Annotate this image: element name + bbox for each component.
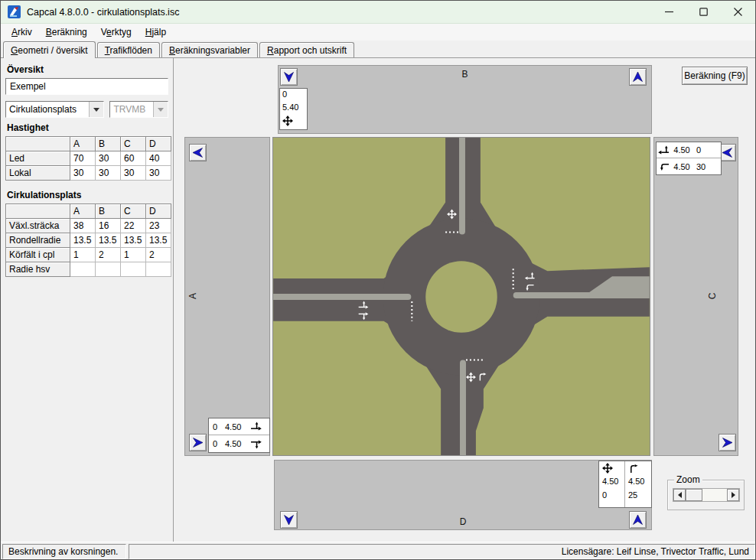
lane-row: 0 4.50 <box>209 418 269 435</box>
rotate-approach-c-right-button[interactable] <box>719 434 736 451</box>
roundabout-cell[interactable]: 22 <box>121 219 146 233</box>
tab-trafikfloden[interactable]: Trafikflöden <box>97 42 160 57</box>
rotate-approach-b-down-button[interactable] <box>280 68 298 86</box>
column-header: D <box>146 137 171 151</box>
speed-cell[interactable]: 30 <box>121 166 146 181</box>
column-header: B <box>96 204 121 219</box>
speed-cell[interactable]: 60 <box>121 151 146 166</box>
speed-cell[interactable]: 30 <box>96 166 121 181</box>
app-window: Capcal 4.8.0.0 - cirkulationsplats.isc A… <box>0 0 756 560</box>
window-title: Capcal 4.8.0.0 - cirkulationsplats.isc <box>27 7 179 18</box>
roundabout-heading: Cirkulationsplats <box>7 190 173 200</box>
lane-all-directions-icon <box>282 116 293 126</box>
rotate-approach-b-up-button[interactable] <box>629 68 647 86</box>
lane-straight-left-icon <box>251 422 262 431</box>
column-header: A <box>70 137 96 151</box>
roundabout-cell[interactable]: 13.5 <box>96 233 121 248</box>
intersection-type-select[interactable]: Cirkulationsplats <box>5 101 104 118</box>
minimize-button[interactable] <box>652 1 686 23</box>
roundabout-cell[interactable]: 13.5 <box>70 233 96 248</box>
blue-left-arrow-icon <box>721 146 734 159</box>
column-header: C <box>121 137 146 151</box>
lane-width-value[interactable]: 5.40 <box>282 103 307 116</box>
tab-rapport-och-utskrift[interactable]: Rapport och utskrift <box>259 42 354 57</box>
speed-cell[interactable]: 40 <box>146 151 171 166</box>
menu-verktyg[interactable]: Verktyg <box>94 24 138 40</box>
rotate-approach-d-down-button[interactable] <box>280 511 298 529</box>
tab-berakningsvariabler[interactable]: Beräkningsvariabler <box>161 42 258 57</box>
sidebar: Översikt Cirkulationsplats TRVMB Hastigh… <box>1 58 174 542</box>
right-triangle-icon <box>732 492 735 498</box>
maximize-button[interactable] <box>686 1 721 23</box>
lane-table-a[interactable]: 0 4.50 0 4.50 <box>208 418 270 453</box>
intersection-name-input[interactable] <box>5 78 168 95</box>
tab-bar: Geometri / översikt Trafikflöden Beräkni… <box>1 41 755 57</box>
lane-table-c[interactable]: 4.50 0 4.50 30 <box>656 142 722 175</box>
intersection-drawing[interactable] <box>272 137 650 456</box>
roundabout-cell[interactable]: 38 <box>70 219 96 233</box>
menu-bar: Arkiv Beräkning Verktyg Hjälp <box>1 24 755 41</box>
zoom-out-button[interactable] <box>673 489 686 501</box>
lane-table-d[interactable]: 4.50 0 4.50 25 <box>598 461 652 508</box>
tab-geometri-oversikt[interactable]: Geometri / översikt <box>3 41 96 58</box>
app-icon <box>8 5 21 18</box>
approach-panel-b[interactable]: B 0 5.40 <box>278 65 652 134</box>
blue-right-arrow-icon <box>191 436 204 449</box>
zoom-track[interactable] <box>702 489 727 501</box>
roundabout-table: A B C D Växl.sträcka 38 16 22 23 Rondell… <box>5 203 171 277</box>
speed-cell[interactable]: 30 <box>96 151 121 166</box>
zoom-slider-thumb[interactable] <box>686 489 702 501</box>
roundabout-cell[interactable]: 1 <box>121 248 146 262</box>
menu-hjalp[interactable]: Hjälp <box>138 24 173 40</box>
zoom-in-button[interactable] <box>727 489 739 501</box>
lane-width-value[interactable]: 4.50 <box>628 477 651 490</box>
rotate-approach-a-right-button[interactable] <box>189 434 207 451</box>
column-header: C <box>121 204 146 219</box>
approach-panel-c[interactable]: C 4.50 0 <box>653 137 738 456</box>
lane-row: 4.50 30 <box>657 158 721 174</box>
chevron-down-icon[interactable] <box>89 102 103 117</box>
rotate-approach-a-left-button[interactable] <box>189 144 207 161</box>
speed-cell[interactable]: 30 <box>70 166 96 181</box>
table-row: Körfält i cpl 1 2 1 2 <box>6 248 171 262</box>
column-header: B <box>96 137 121 151</box>
zoom-scrollbar[interactable] <box>673 488 740 502</box>
lane-width-value[interactable]: 4.50 <box>602 477 624 490</box>
close-button[interactable] <box>721 1 755 23</box>
menu-arkiv[interactable]: Arkiv <box>5 24 39 40</box>
corner-header <box>6 204 70 219</box>
roundabout-cell[interactable] <box>121 262 146 277</box>
lane-offset-value[interactable]: 0 <box>282 90 307 103</box>
approach-label-a: A <box>187 293 198 299</box>
lane-radius-value[interactable]: 25 <box>628 490 651 504</box>
table-row: Växl.sträcka 38 16 22 23 <box>6 219 171 233</box>
roundabout-cell[interactable]: 2 <box>146 248 171 262</box>
roundabout-cell[interactable]: 1 <box>70 248 96 262</box>
approach-panel-d[interactable]: D 4.50 0 <box>274 460 652 530</box>
lane-row: 4.50 0 <box>657 142 721 158</box>
approach-label-b: B <box>461 69 468 80</box>
roundabout-cell[interactable] <box>146 262 171 277</box>
roundabout-cell[interactable]: 2 <box>96 248 121 262</box>
table-row: Led 70 30 60 40 <box>6 151 171 166</box>
lane-radius-value[interactable]: 0 <box>602 490 624 504</box>
blue-up-arrow-icon <box>631 70 644 83</box>
roundabout-cell[interactable]: 16 <box>96 219 121 233</box>
blue-right-arrow-icon <box>721 436 734 449</box>
roundabout-cell[interactable] <box>70 262 96 277</box>
blue-down-arrow-icon <box>282 70 295 83</box>
roundabout-cell[interactable]: 23 <box>146 219 171 233</box>
approach-panel-a[interactable]: A 0 4.50 0 4.50 <box>184 137 270 456</box>
roundabout-cell[interactable]: 13.5 <box>146 233 171 248</box>
menu-berakning[interactable]: Beräkning <box>39 24 94 40</box>
title-bar: Capcal 4.8.0.0 - cirkulationsplats.isc <box>1 1 755 24</box>
lane-table-b[interactable]: 0 5.40 <box>279 88 308 130</box>
speed-cell[interactable]: 30 <box>146 166 171 181</box>
status-license: Licensägare: Leif Linse, Trivector Traff… <box>129 544 755 559</box>
rotate-approach-d-up-button[interactable] <box>629 511 647 529</box>
speed-cell[interactable]: 70 <box>70 151 96 166</box>
roundabout-cell[interactable]: 13.5 <box>121 233 146 248</box>
overview-heading: Översikt <box>7 64 173 75</box>
roundabout-cell[interactable] <box>96 262 121 277</box>
berakning-button[interactable]: Beräkning (F9) <box>682 67 748 85</box>
